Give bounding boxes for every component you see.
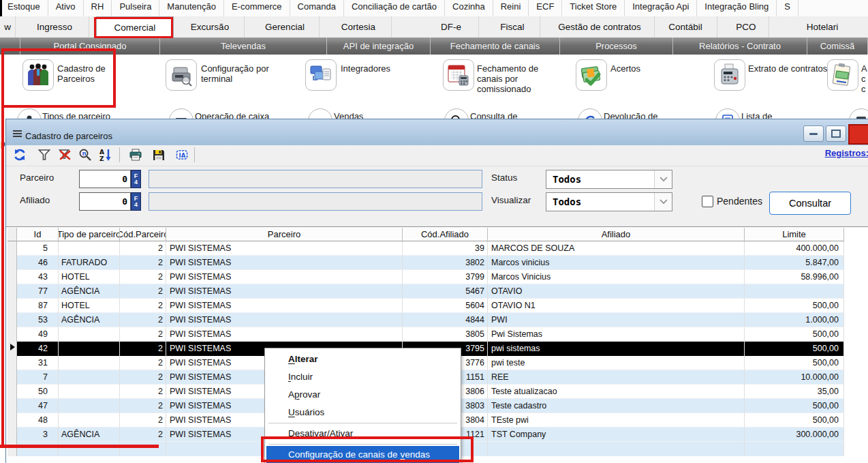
tab-w[interactable]: w [0,16,16,38]
table-row[interactable]: 53 [17,313,59,327]
table-row[interactable]: 87 [17,299,59,313]
table-row[interactable]: 4844 [403,313,488,327]
menubar-item-manuten-o[interactable]: Manutenção [159,0,224,17]
table-row[interactable]: Teste atualizacao [488,385,745,399]
table-row[interactable]: 2 [120,428,166,442]
table-row[interactable]: 2 [120,327,166,342]
table-row[interactable]: Pwi Sistemas [488,327,745,342]
menu-item-usu-rios[interactable]: Usuários [266,404,459,421]
table-row[interactable]: OTAVIO N1 [488,299,745,313]
table-row[interactable] [7,413,17,428]
table-row[interactable] [7,428,17,442]
parceiro-input[interactable] [79,170,131,188]
table-row[interactable] [59,342,120,356]
band-segment-relat-rios-contrato[interactable]: Relatórios - Contrato [673,38,807,55]
column-header-cod_afiliado[interactable]: Cód.Afiliado [403,228,488,241]
column-header-cod_parceiro[interactable]: Cód.Parceiro [120,228,166,241]
menu-item-aprovar[interactable]: Aprovar [266,386,459,404]
menu-item-incluir[interactable]: Incluir [266,368,459,386]
column-header-tipo[interactable]: Tipo de parceiro [59,228,120,241]
column-header-id[interactable]: Id [17,228,59,241]
band-segment-fechamento-de-canais[interactable]: Fechamento de canais [431,38,560,55]
table-row[interactable] [59,327,120,342]
table-row[interactable]: 500,00 [745,342,844,356]
afiliado-f4-button[interactable]: F4 [131,192,141,211]
table-row[interactable]: 2 [120,370,166,385]
table-row[interactable] [7,385,17,399]
column-header-parceiro[interactable]: Parceiro [166,228,403,241]
table-row[interactable]: PWI SISTEMAS [166,299,403,313]
table-row[interactable]: 300.000,00 [745,428,844,442]
table-row[interactable] [7,356,17,370]
table-row[interactable]: 2 [120,342,166,356]
table-row[interactable]: PWI [488,313,745,327]
table-row[interactable] [59,356,120,370]
table-row[interactable]: 2 [120,385,166,399]
tab-ingresso[interactable]: Ingresso [20,16,89,38]
visualizar-dropdown[interactable]: Todos [546,192,672,211]
table-row[interactable]: 2 [120,284,166,299]
toolbar-save-icon[interactable] [152,148,166,162]
toolbar-filter-icon[interactable] [37,148,51,162]
table-row[interactable]: 2 [120,241,166,256]
band-segment-processos[interactable]: Processos [560,38,673,55]
table-row[interactable]: 2 [120,356,166,370]
toolbar-clear-filter-icon[interactable] [58,148,72,162]
tab-gest-o-de-contratos[interactable]: Gestão de contratos [545,16,655,38]
column-header-afiliado[interactable]: Afiliado [488,228,745,241]
table-row[interactable] [745,284,844,299]
table-row[interactable] [59,370,120,385]
window-titlebar[interactable]: Cadastro de parceiros [6,119,868,146]
table-row[interactable]: 46 [17,256,59,270]
table-row[interactable]: HOTEL [59,299,120,313]
table-row[interactable]: MARCOS DE SOUZA [488,241,745,256]
table-row[interactable]: 2 [120,299,166,313]
table-row[interactable]: 3802 [403,256,488,270]
table-row[interactable]: 42 [17,342,59,356]
table-row[interactable]: AGÊNCIA [59,284,120,299]
tab-pco[interactable]: PCO [724,16,769,38]
table-row[interactable]: TEste pwi [488,413,745,428]
table-row[interactable]: 35,00 [745,385,844,399]
table-row[interactable] [59,241,120,256]
maximize-button[interactable] [826,125,846,142]
table-row[interactable]: PWI SISTEMAS [166,256,403,270]
table-row[interactable]: 2 [120,399,166,413]
band-segment-comiss-[interactable]: Comissã [807,38,868,55]
table-row[interactable]: 500,00 [745,299,844,313]
table-row[interactable]: 49 [17,327,59,342]
table-row[interactable]: 400.000,00 [745,241,844,256]
table-row[interactable]: TST Company [488,428,745,442]
menubar-item-s[interactable]: S [777,0,799,17]
menubar-item-concilia-o-de-cart-o[interactable]: Conciliação de cartão [344,0,445,17]
table-row[interactable]: 48 [17,413,59,428]
column-header-indicator[interactable] [7,228,17,241]
table-row[interactable]: 5604 [403,299,488,313]
table-row[interactable]: 2 [120,413,166,428]
table-row[interactable]: 2 [120,313,166,327]
table-row[interactable]: 47 [17,399,59,413]
menubar-item-integra-o-bling[interactable]: Integração Bling [697,0,777,17]
table-row[interactable] [7,270,17,284]
table-row[interactable]: 2 [120,270,166,284]
tab-df-e[interactable]: DF-e [424,16,479,38]
table-row[interactable] [7,313,17,327]
table-row[interactable]: PWI SISTEMAS [166,284,403,299]
table-row[interactable]: 10.000,00 [745,370,844,385]
menubar-item-e-commerce[interactable]: E-commerce [224,0,290,17]
table-row[interactable]: 31 [17,356,59,370]
registros-link[interactable]: Registros: [825,148,868,158]
table-row[interactable] [7,241,17,256]
band-segment-api-de-integra-o[interactable]: API de integração [327,38,431,55]
consultar-button[interactable]: Consultar [769,192,851,215]
table-row[interactable]: OTAVIO [488,284,745,299]
table-row[interactable]: 39 [403,241,488,256]
table-row[interactable]: AGÊNCIA [59,313,120,327]
table-row[interactable]: 3 [17,428,59,442]
tab-hotelari[interactable]: Hotelari [777,16,868,38]
menubar-item-ecf[interactable]: ECF [529,0,562,17]
tab-cortesia[interactable]: Cortesia [326,16,392,38]
band-segment-televendas[interactable]: Televendas [160,38,327,55]
table-row[interactable]: 5.847,00 [745,256,844,270]
parceiro-f4-button[interactable]: F4 [131,170,141,188]
